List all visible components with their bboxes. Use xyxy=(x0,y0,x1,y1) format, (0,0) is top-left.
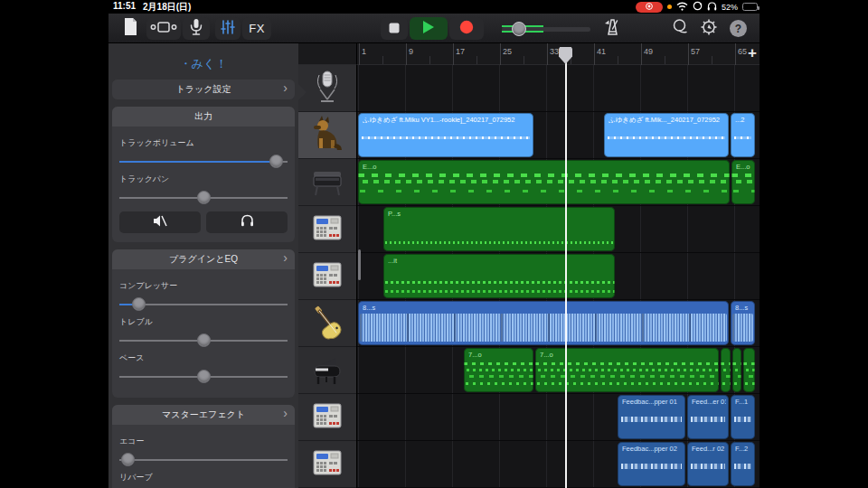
compressor-slider[interactable] xyxy=(119,297,288,311)
region[interactable]: Feedbac...pper 01 xyxy=(618,395,685,439)
lane-audio-recorder[interactable] xyxy=(357,65,760,112)
region[interactable]: ...2 xyxy=(731,113,755,157)
settings-gear-icon xyxy=(700,18,718,40)
track-header-grand-piano[interactable] xyxy=(298,347,356,394)
view-toggle-button[interactable] xyxy=(146,17,181,40)
help-button[interactable]: ? xyxy=(730,20,747,37)
track-pan-slider[interactable] xyxy=(119,191,288,204)
master-effects-header[interactable]: マスターエフェクト › xyxy=(112,405,295,425)
region[interactable]: 8...s xyxy=(358,301,729,345)
bass-label: ベース xyxy=(119,352,288,364)
record-button[interactable] xyxy=(449,17,484,40)
region[interactable]: F...2 xyxy=(731,442,755,486)
ruler-tick xyxy=(688,43,689,65)
plugins-eq-header[interactable]: プラグインとEQ › xyxy=(112,249,295,269)
play-button[interactable] xyxy=(410,17,448,40)
track-volume-slider[interactable] xyxy=(119,155,288,168)
region[interactable]: F...1 xyxy=(731,395,755,439)
chevron-right-icon: › xyxy=(283,250,288,265)
loop-browser-button[interactable] xyxy=(669,17,691,40)
output-section: 出力 トラックボリューム トラックパン xyxy=(112,107,295,242)
mute-button[interactable] xyxy=(119,211,201,233)
region[interactable]: Feed...er 01 xyxy=(687,395,729,439)
clock: 11:51 xyxy=(113,1,136,14)
region[interactable] xyxy=(732,348,741,392)
track-header-audio-recorder[interactable] xyxy=(298,65,356,112)
chevron-right-icon: › xyxy=(283,406,288,420)
metronome-button[interactable] xyxy=(601,17,623,40)
slider-knob[interactable] xyxy=(512,22,526,36)
slider-knob[interactable] xyxy=(197,333,211,347)
region[interactable]: 7...o xyxy=(535,348,719,392)
ruler-tick xyxy=(547,43,548,65)
track-controls-button[interactable] xyxy=(215,17,241,40)
vertical-scrollbar[interactable] xyxy=(358,249,361,280)
lane-drum-machine-1[interactable]: P...s xyxy=(357,206,760,253)
my-songs-button[interactable] xyxy=(119,17,141,40)
track-header-drum-machine-4[interactable] xyxy=(298,441,356,488)
view-toggle-icon xyxy=(150,20,177,38)
ruler-bar-label: 25 xyxy=(503,47,512,56)
bass-slider[interactable] xyxy=(119,370,288,383)
add-track-button[interactable]: + xyxy=(748,44,757,62)
bass-guitar-icon xyxy=(307,302,347,345)
metronome-icon xyxy=(602,17,622,41)
slider-knob[interactable] xyxy=(269,155,283,168)
track-header-miku-vocal[interactable] xyxy=(298,112,356,159)
region[interactable]: ...it xyxy=(383,254,615,298)
track-settings-panel: ・みく！ トラック設定 › 出力 トラックボリューム トラックパン プラ xyxy=(108,43,298,488)
bar-ruler[interactable]: + 1917253341495765 xyxy=(357,43,760,65)
slider-knob[interactable] xyxy=(132,297,146,311)
track-header-column xyxy=(298,65,357,488)
lane-bass[interactable]: 8...s8...s xyxy=(357,300,760,347)
lane-drum-machine-3[interactable]: Feedbac...pper 01Feed...er 01F...1 xyxy=(357,394,760,441)
ruler-bar-label: 17 xyxy=(456,47,465,56)
lane-electric-piano[interactable]: E...oE...o xyxy=(357,159,760,206)
region[interactable]: Feed...r 02 xyxy=(687,442,729,486)
region[interactable] xyxy=(743,348,755,392)
stop-icon xyxy=(389,21,400,37)
slider-knob[interactable] xyxy=(197,191,211,204)
record-indicator-pill[interactable] xyxy=(636,2,663,13)
settings-button[interactable] xyxy=(698,17,720,40)
lane-miku-vocal[interactable]: ふゆきめざ ft.Miku VY1...-rookie]_240217_0729… xyxy=(357,112,760,159)
region[interactable]: ふゆきめざ ft.Miku VY1...-rookie]_240217_0729… xyxy=(358,113,533,157)
fx-button[interactable]: FX xyxy=(242,17,271,40)
region-label: ...it xyxy=(388,257,612,265)
region[interactable]: E...o xyxy=(358,160,730,204)
track-header-drum-machine-3[interactable] xyxy=(298,394,356,441)
garageband-app-window: 11:51 2月18日(日) 52% FX ? ・みく！ xyxy=(108,0,760,488)
region[interactable]: P...s xyxy=(383,207,615,251)
track-header-electric-piano[interactable] xyxy=(298,159,356,206)
lane-grand-piano[interactable]: 7...o7...o xyxy=(357,347,760,394)
plugins-eq-section: プラグインとEQ › コンプレッサー トレブル ベース xyxy=(112,249,295,398)
echo-slider[interactable] xyxy=(119,453,288,466)
region[interactable]: Feedbac...pper 02 xyxy=(618,442,685,486)
lane-drum-machine-2[interactable]: ...it xyxy=(357,253,760,300)
ruler-bar-label: 1 xyxy=(362,47,366,56)
region[interactable]: 8...s xyxy=(731,301,755,345)
slider-knob[interactable] xyxy=(121,453,135,466)
region[interactable] xyxy=(721,348,731,392)
region[interactable]: E...o xyxy=(731,160,755,204)
headphones-icon xyxy=(241,214,254,230)
region-label: ふゆきめざ ft.Mik..._240217_072952 xyxy=(609,116,726,125)
stop-button[interactable] xyxy=(381,17,408,40)
track-header-drum-machine-2[interactable] xyxy=(298,253,356,300)
input-mic-button[interactable] xyxy=(183,17,210,40)
track-header-drum-machine-1[interactable] xyxy=(298,206,356,253)
play-icon xyxy=(422,20,435,38)
treble-slider[interactable] xyxy=(119,333,288,347)
battery-percent: 52% xyxy=(722,3,738,12)
region-label: E...o xyxy=(363,163,727,171)
monitor-button[interactable] xyxy=(206,211,288,233)
region[interactable]: ふゆきめざ ft.Mik..._240217_072952 xyxy=(604,113,729,157)
slider-knob[interactable] xyxy=(197,370,211,383)
master-effects-section: マスターエフェクト › エコー リバーブ xyxy=(112,405,295,488)
track-settings-button[interactable]: トラック設定 › xyxy=(112,80,295,99)
lane-drum-machine-4[interactable]: Feedbac...pper 02Feed...r 02F...2 xyxy=(357,441,760,488)
ruler-tick-minor xyxy=(429,56,430,64)
region[interactable]: 7...o xyxy=(464,348,533,392)
track-header-bass[interactable] xyxy=(298,300,356,347)
master-volume-slider[interactable] xyxy=(502,23,590,35)
